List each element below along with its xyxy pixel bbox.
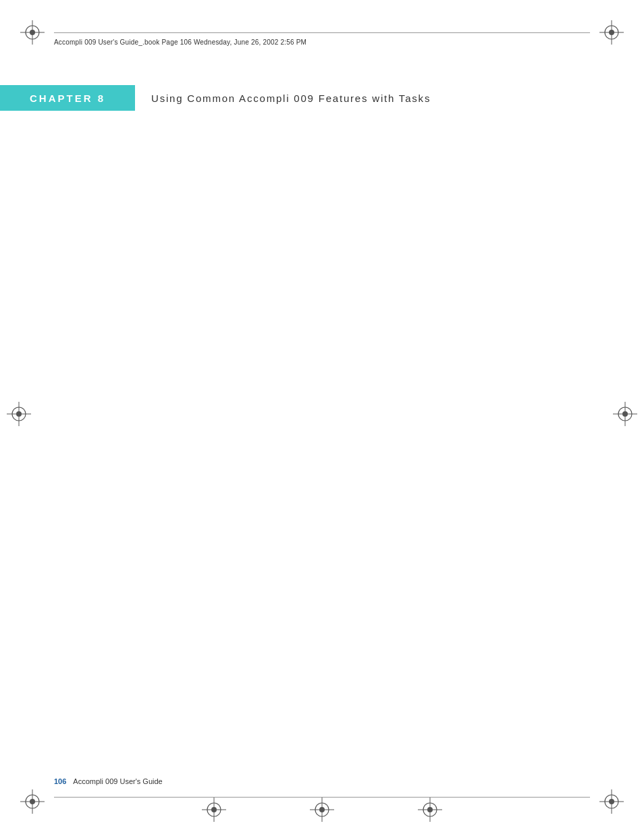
footer-book-title: Accompli 009 User's Guide [73, 777, 162, 785]
reg-mark-top-right [599, 20, 624, 45]
page: Accompli 009 User's Guide_.book Page 106… [0, 0, 644, 834]
chapter-label-box: Chapter 8 [0, 85, 135, 111]
chapter-header: Chapter 8 Using Common Accompli 009 Feat… [0, 85, 644, 111]
top-rule [54, 32, 590, 33]
reg-mark-bottom-center [310, 798, 334, 822]
top-metadata-bar: Accompli 009 User's Guide_.book Page 106… [54, 35, 590, 49]
reg-mark-bottom-center-left [202, 798, 226, 822]
footer-page-number: 106 [54, 777, 66, 785]
reg-mark-top-left [20, 20, 45, 45]
reg-mark-bottom-center-right [418, 798, 442, 822]
chapter-label: Chapter 8 [30, 93, 105, 104]
reg-mark-middle-right [613, 402, 637, 426]
top-metadata-text: Accompli 009 User's Guide_.book Page 106… [54, 38, 306, 46]
reg-mark-middle-left [7, 402, 31, 426]
chapter-title: Using Common Accompli 009 Features with … [151, 93, 431, 104]
bottom-rule [54, 797, 590, 798]
footer: 106 Accompli 009 User's Guide [54, 775, 590, 788]
reg-mark-bottom-right [599, 789, 624, 814]
reg-mark-bottom-left [20, 789, 45, 814]
